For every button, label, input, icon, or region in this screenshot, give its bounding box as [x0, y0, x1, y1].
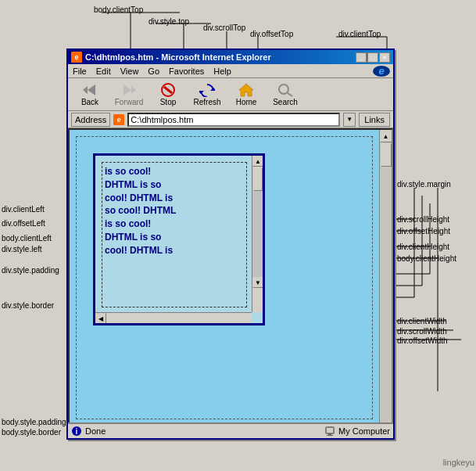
watermark: lingkeyu [443, 458, 474, 467]
address-input[interactable]: C:\dhtmlpos.htm [127, 113, 340, 127]
toolbar: Back Forward [68, 78, 393, 111]
stop-button[interactable]: Stop [149, 80, 187, 110]
svg-line-57 [288, 93, 292, 96]
browser-title: C:\dhtmlpos.htm - Microsoft Internet Exp… [85, 52, 271, 62]
label-div-client-left: div.clientLeft [2, 205, 45, 214]
svg-rect-49 [123, 88, 128, 92]
scroll-track [380, 142, 392, 422]
svg-rect-46 [91, 88, 95, 92]
status-bar: i Done My Computer [68, 422, 393, 438]
label-div-style-margin: div.style.margin [397, 180, 451, 189]
body-content: is so cool!DHTML is socool! DHTML isso c… [70, 130, 392, 435]
status-computer-text: My Computer [338, 426, 390, 436]
status-icon: i [71, 426, 82, 437]
forward-button[interactable]: Forward [110, 80, 148, 110]
minimize-button[interactable]: _ [356, 52, 367, 63]
svg-marker-50 [131, 86, 136, 94]
svg-text:i: i [76, 427, 78, 436]
svg-rect-61 [328, 433, 331, 435]
search-label: Search [273, 98, 298, 106]
inner-div-scroll-thumb[interactable] [253, 167, 263, 191]
menu-favorites[interactable]: Favorites [167, 67, 206, 76]
inner-div-scroll-up[interactable]: ▲ [252, 156, 263, 167]
div-content: is so cool!DHTML is socool! DHTML isso c… [102, 162, 247, 307]
maximize-button[interactable]: □ [367, 52, 378, 63]
search-icon [277, 82, 294, 98]
inner-div-hscroll-thumb[interactable] [96, 325, 120, 325]
label-div-offset-left: div.offsetLeft [2, 219, 45, 228]
menu-go[interactable]: Go [146, 67, 161, 76]
label-div-scroll-height: div.scrollHeight [397, 215, 449, 224]
address-bar: Address e C:\dhtmlpos.htm ▼ Links [68, 111, 393, 128]
address-label: Address [71, 113, 110, 127]
label-div-style-border: div.style.border [2, 301, 54, 310]
main-vscrollbar[interactable]: ▲ ▼ [379, 130, 392, 435]
label-div-client-height: div.clientHeight [397, 243, 449, 251]
inner-div-vscrollbar[interactable]: ▲ ▼ [252, 156, 263, 312]
inner-div-scroll-down[interactable]: ▼ [252, 277, 263, 288]
status-right: My Computer [324, 426, 390, 437]
inner-div-hscroll-track [95, 325, 252, 325]
inner-div-scroll-track [252, 167, 263, 277]
inner-div-hscrollbar[interactable]: ◀ ▶ [95, 312, 252, 323]
menu-bar: File Edit View Go Favorites Help e [68, 64, 393, 78]
forward-icon [120, 82, 138, 98]
status-text: Done [85, 426, 106, 436]
label-body-client-height: body.clientHeight [397, 254, 456, 263]
back-button[interactable]: Back [71, 80, 109, 110]
label-body-client-top: body.clientTop [94, 5, 143, 14]
diagram-container: body.clientTop div.style.top div.scrollT… [0, 0, 476, 471]
svg-line-52 [164, 87, 172, 93]
scroll-thumb[interactable] [381, 143, 392, 167]
menu-edit[interactable]: Edit [95, 67, 113, 76]
stop-icon [159, 82, 177, 98]
address-ie-icon: e [113, 114, 124, 125]
title-bar-buttons: _ □ × [356, 52, 390, 63]
inner-div-scroll-left[interactable]: ◀ [95, 313, 106, 324]
title-bar-left: e C:\dhtmlpos.htm - Microsoft Internet E… [71, 52, 271, 63]
ie-icon: e [71, 52, 82, 63]
forward-label: Forward [115, 98, 144, 106]
svg-marker-47 [83, 86, 88, 94]
links-button[interactable]: Links [359, 113, 390, 127]
label-div-scroll-top: div.scrollTop [203, 23, 245, 32]
svg-rect-62 [327, 435, 333, 436]
menu-help[interactable]: Help [212, 67, 233, 76]
label-div-client-top: div.clientTop [338, 30, 381, 38]
menu-view[interactable]: View [119, 67, 141, 76]
back-label: Back [81, 98, 98, 106]
close-button[interactable]: × [379, 52, 390, 63]
svg-point-56 [279, 84, 288, 94]
stop-label: Stop [160, 98, 177, 106]
address-value: C:\dhtmlpos.htm [131, 115, 193, 124]
inner-div[interactable]: is so cool!DHTML is socool! DHTML isso c… [93, 153, 265, 325]
label-div-style-padding: div.style.padding [2, 266, 59, 275]
label-div-offset-top: div.offsetTop [250, 30, 293, 38]
label-div-style-left: div.style.left [2, 245, 42, 253]
label-body-client-left: body.clientLeft [2, 234, 52, 243]
label-div-offset-height: div.offsetHeight [397, 227, 450, 236]
refresh-icon [199, 82, 216, 98]
svg-rect-60 [326, 427, 334, 433]
label-div-style-top: div.style.top [149, 17, 189, 26]
label-div-client-width: div.clientWidth [397, 317, 447, 325]
svg-marker-55 [239, 84, 253, 96]
refresh-label: Refresh [193, 98, 220, 106]
search-button[interactable]: Search [267, 80, 304, 110]
back-icon [81, 82, 98, 98]
content-area: is so cool!DHTML is socool! DHTML isso c… [68, 128, 393, 437]
label-body-style-border: body.style.border [2, 428, 61, 437]
title-bar: e C:\dhtmlpos.htm - Microsoft Internet E… [68, 50, 393, 64]
home-icon [238, 82, 255, 98]
browser-window: e C:\dhtmlpos.htm - Microsoft Internet E… [66, 49, 395, 440]
menu-file[interactable]: File [71, 67, 88, 76]
address-dropdown[interactable]: ▼ [343, 113, 356, 127]
home-button[interactable]: Home [227, 80, 265, 110]
label-body-style-padding: body.style.padding [2, 418, 66, 426]
label-div-scroll-width: div.scrollWidth [397, 327, 447, 336]
home-label: Home [236, 98, 257, 106]
ie-brand-logo: e [373, 66, 390, 77]
refresh-button[interactable]: Refresh [188, 80, 226, 110]
computer-icon [324, 426, 335, 437]
scroll-up-button[interactable]: ▲ [380, 130, 392, 142]
